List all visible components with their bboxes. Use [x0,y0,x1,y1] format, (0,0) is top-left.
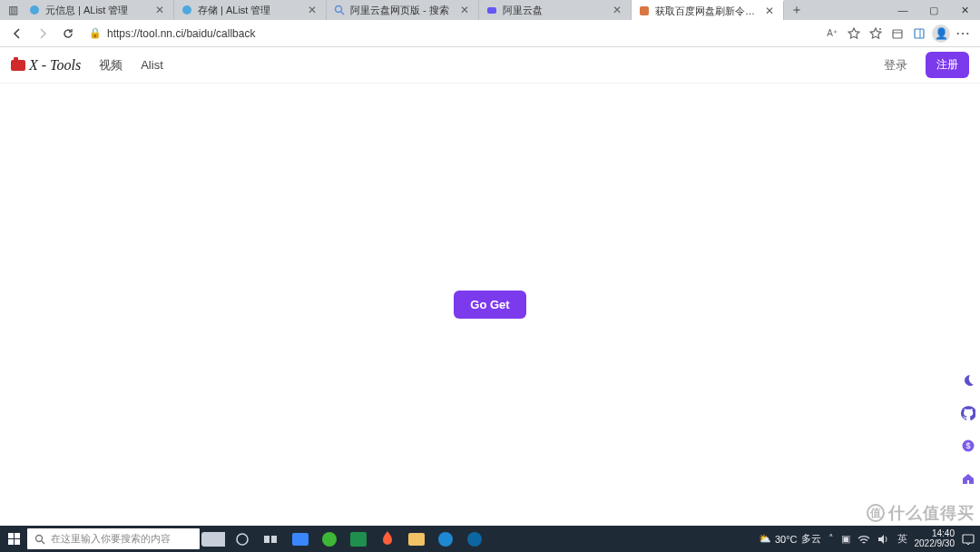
search-icon [334,5,345,15]
tab-title: 元信息 | AList 管理 [45,4,148,17]
svg-point-14 [36,535,43,541]
nav-video[interactable]: 视频 [99,57,122,74]
svg-rect-23 [408,533,425,546]
weather-widget[interactable]: ⛅ 30°C 多云 [759,532,821,546]
weather-desc: 多云 [801,532,821,546]
tab-strip: ▥ 元信息 | AList 管理 ✕ 存储 | AList 管理 ✕ 阿里云盘网… [0,0,980,20]
clock-date: 2022/9/30 [915,539,956,549]
tab-0[interactable]: 元信息 | AList 管理 ✕ [22,0,174,20]
app-360-icon[interactable] [318,529,341,549]
sidebar-icon[interactable] [909,24,929,44]
volume-icon[interactable] [877,534,890,545]
window-buttons: ― ▢ ✕ [887,0,980,20]
address-bar: 🔒 https://tool.nn.ci/baidu/callback A⁺ 👤… [0,20,980,47]
start-button[interactable] [0,533,27,545]
taskview-icon[interactable] [260,529,283,549]
svg-point-0 [30,5,39,15]
tab-4[interactable]: 获取百度网盘刷新令牌回调 - XT ✕ [632,0,784,20]
svg-rect-4 [487,7,496,14]
svg-rect-19 [271,536,277,543]
page-viewport: X - Tools 视频 Alist 登录 注册 Go Get $ 值 什么值得… [0,47,980,526]
ime-indicator[interactable]: 英 [897,532,907,546]
maximize-button[interactable]: ▢ [918,0,949,20]
url-text: https://tool.nn.ci/baidu/callback [107,27,255,40]
system-tray: ⛅ 30°C 多云 ˄ ▣ 英 14:40 2022/9/30 [759,526,980,552]
svg-text:$: $ [965,441,970,450]
tab-title: 阿里云盘 [503,4,605,17]
tray-app-icon[interactable]: ▣ [841,533,850,545]
news-widget-icon[interactable] [201,529,225,549]
weather-temp: 30°C [775,534,798,545]
nav-alist[interactable]: Alist [141,58,163,72]
profile-avatar[interactable]: 👤 [931,24,951,44]
svg-point-17 [237,534,248,545]
close-icon[interactable]: ✕ [611,4,623,16]
site-nav: X - Tools 视频 Alist 登录 注册 [0,47,980,84]
browser-chrome: ▥ 元信息 | AList 管理 ✕ 存储 | AList 管理 ✕ 阿里云盘网… [0,0,980,47]
donate-icon[interactable]: $ [958,436,978,456]
app-edge2-icon[interactable] [463,529,486,549]
favorites-bar-icon[interactable] [866,24,886,44]
home-icon[interactable] [958,468,978,488]
float-rail: $ [958,370,978,488]
url-box[interactable]: 🔒 https://tool.nn.ci/baidu/callback [83,23,817,44]
watermark-badge: 值 [867,504,885,522]
svg-rect-10 [915,29,924,38]
app-explorer-icon[interactable] [289,529,312,549]
tab-title: 存储 | AList 管理 [198,4,300,17]
brand[interactable]: X - Tools [11,57,81,74]
app-edge-icon[interactable] [434,529,457,549]
login-link[interactable]: 登录 [884,57,907,74]
chevron-up-icon[interactable]: ˄ [828,533,834,545]
collections-icon[interactable] [887,24,907,44]
taskbar-search[interactable]: 在这里输入你要搜索的内容 [27,528,200,549]
close-icon[interactable]: ✕ [458,4,471,16]
svg-rect-5 [640,6,649,15]
app-fileexplorer-icon[interactable] [405,529,428,549]
svg-point-2 [336,6,342,13]
svg-rect-8 [893,30,902,38]
taskbar: 在这里输入你要搜索的内容 ⛅ 30°C 多云 ˄ ▣ 英 14:40 2022/ [0,526,980,552]
wifi-icon[interactable] [858,534,870,545]
close-icon[interactable]: ✕ [763,5,776,17]
tab-title: 获取百度网盘刷新令牌回调 - XT [655,5,758,18]
cortana-icon[interactable] [230,529,254,549]
notifications-icon[interactable] [962,533,975,546]
clock-time: 14:40 [932,529,955,539]
taskbar-search-placeholder: 在这里输入你要搜索的内容 [51,532,171,546]
windows-icon [8,533,20,545]
tab-3[interactable]: 阿里云盘 ✕ [479,0,632,20]
svg-rect-26 [963,535,974,543]
register-button[interactable]: 注册 [926,52,969,78]
svg-rect-18 [264,536,270,543]
read-aloud-icon[interactable]: A⁺ [822,24,842,44]
svg-line-15 [42,541,44,544]
watermark-text: 什么值得买 [888,502,975,524]
close-icon[interactable]: ✕ [306,4,318,16]
clock[interactable]: 14:40 2022/9/30 [915,529,956,548]
app-excel-icon[interactable] [347,529,370,549]
weather-icon: ⛅ [759,533,771,545]
go-get-button[interactable]: Go Get [454,291,525,319]
tab-2[interactable]: 阿里云盘网页版 - 搜索 ✕ [327,0,479,20]
favorite-icon[interactable] [844,24,864,44]
app-flame-icon[interactable] [376,529,399,549]
moon-icon[interactable] [958,370,978,390]
close-icon[interactable]: ✕ [153,4,166,16]
close-window-button[interactable]: ✕ [949,0,980,20]
refresh-button[interactable] [58,24,78,44]
alist-icon [181,5,192,15]
minimize-button[interactable]: ― [887,0,918,20]
forward-button[interactable] [33,24,53,44]
back-button[interactable] [7,24,27,44]
new-tab-button[interactable]: ＋ [784,0,809,20]
lock-icon: 🔒 [89,27,102,39]
more-icon[interactable]: ⋯ [953,24,973,44]
tab-actions-icon[interactable]: ▥ [4,0,22,20]
main-area: Go Get [0,84,980,526]
camera-icon [11,60,25,71]
svg-rect-22 [350,532,367,547]
aliyun-icon [486,5,497,15]
github-icon[interactable] [958,403,978,423]
tab-1[interactable]: 存储 | AList 管理 ✕ [174,0,327,20]
